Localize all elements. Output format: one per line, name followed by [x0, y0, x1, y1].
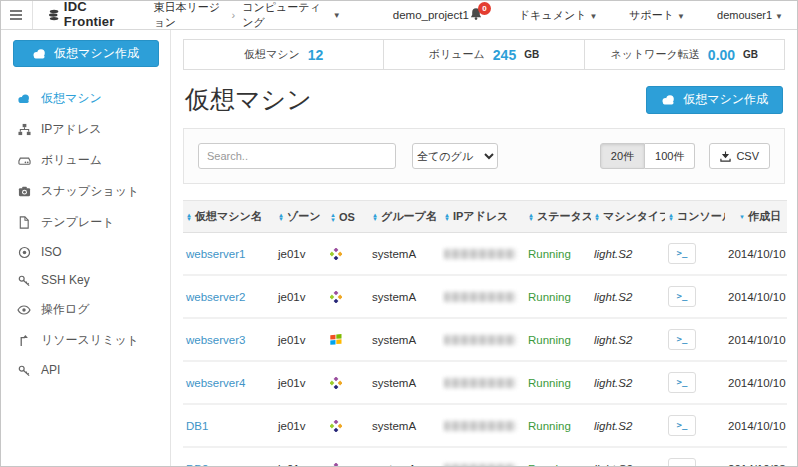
vm-name-link[interactable]: DB1 — [186, 420, 208, 432]
zone-cell: je01v — [275, 233, 327, 276]
created-date-cell: 2014/10/10 — [725, 318, 787, 361]
cloud-icon — [17, 93, 31, 104]
chevron-down-icon: ▼ — [333, 11, 341, 20]
console-cell: >_ — [665, 318, 725, 361]
page-size-20-button[interactable]: 20件 — [600, 143, 645, 169]
sort-icon: ▲▼ — [528, 213, 534, 222]
chevron-down-icon: ▼ — [589, 12, 597, 21]
created-date-cell: 2014/10/10 — [725, 361, 787, 404]
table-row: DB2je01v systemARunninglight.S2>_2014/10… — [183, 447, 787, 467]
sort-icon: ▲▼ — [278, 213, 284, 222]
created-date-cell: 2014/10/10 — [725, 233, 787, 276]
cloud-icon — [32, 48, 47, 59]
vm-name-link[interactable]: DB2 — [186, 463, 208, 467]
status-cell: Running — [525, 275, 591, 318]
vm-name-link[interactable]: webserver2 — [186, 291, 245, 303]
menu-support[interactable]: サポート▼ — [629, 8, 685, 23]
notifications-button[interactable]: 0 — [469, 7, 483, 23]
column-header-ip[interactable]: ▲▼IPアドレス — [441, 201, 525, 233]
table-header-row: ▲▼仮想マシン名 ▲▼ゾーン ▲▼OS ▲▼グループ名 ▲▼IPアドレス ▲▼ス… — [183, 201, 787, 233]
sidebar-item-api[interactable]: API — [1, 356, 170, 384]
machine-type-cell: light.S2 — [591, 361, 665, 404]
idc-frontier-logo[interactable]: IDC Frontier — [47, 0, 128, 31]
vm-name-link[interactable]: webserver1 — [186, 248, 245, 260]
sidebar-item-iso[interactable]: ISO — [1, 238, 170, 266]
create-vm-button[interactable]: 仮想マシン作成 — [646, 86, 783, 114]
create-vm-button-sidebar[interactable]: 仮想マシン作成 — [13, 40, 159, 67]
csv-download-button[interactable]: CSV — [709, 143, 770, 169]
group-cell: systemA — [369, 361, 441, 404]
zone-cell: je01v — [275, 447, 327, 467]
windows-logo-icon — [330, 334, 342, 346]
column-header-os[interactable]: ▲▼OS — [327, 201, 369, 233]
table-row: webserver4je01v systemARunninglight.S2>_… — [183, 361, 787, 404]
console-button[interactable]: >_ — [668, 458, 696, 467]
ip-address-redacted — [444, 292, 516, 302]
os-cell — [327, 447, 369, 467]
group-cell: systemA — [369, 404, 441, 447]
created-date-cell: 2014/10/10 — [725, 275, 787, 318]
ip-address-redacted — [444, 378, 516, 388]
sidebar-item-resource-limit[interactable]: リソースリミット — [1, 325, 170, 356]
menu-user[interactable]: demouser1▼ — [717, 9, 783, 21]
breadcrumb: 東日本リージョン › コンピューティング ▼ — [154, 0, 341, 30]
ip-address-redacted — [444, 421, 516, 431]
app-window: IDC Frontier 東日本リージョン › コンピューティング ▼ demo… — [0, 0, 798, 467]
machine-type-cell: light.S2 — [591, 404, 665, 447]
status-cell: Running — [525, 361, 591, 404]
console-button[interactable]: >_ — [668, 329, 696, 350]
console-button[interactable]: >_ — [668, 286, 696, 307]
console-button[interactable]: >_ — [668, 372, 696, 393]
project-name[interactable]: demo_project1 — [393, 9, 469, 21]
menu-documents[interactable]: ドキュメント▼ — [519, 8, 597, 23]
os-cell — [327, 361, 369, 404]
sidebar-item-virtual-machines[interactable]: 仮想マシン — [1, 83, 170, 114]
level-up-icon — [17, 334, 31, 347]
zone-cell: je01v — [275, 361, 327, 404]
sidebar-item-snapshots[interactable]: スナップショット — [1, 176, 170, 207]
console-button[interactable]: >_ — [668, 415, 696, 436]
hamburger-menu-icon[interactable] — [1, 1, 33, 29]
disc-icon — [17, 246, 31, 259]
sidebar-item-templates[interactable]: テンプレート — [1, 207, 170, 238]
main-content: 仮想マシン 12 ボリューム 245 GB ネットワーク転送 0.00 GB 仮… — [171, 30, 797, 467]
cloud-icon — [661, 94, 676, 105]
console-cell: >_ — [665, 275, 725, 318]
os-cell — [327, 404, 369, 447]
column-header-console[interactable]: ▲▼コンソール — [665, 201, 725, 233]
chevron-down-icon: ▼ — [775, 12, 783, 21]
sort-icon: ▲▼ — [186, 213, 192, 222]
column-header-group[interactable]: ▲▼グループ名 — [369, 201, 441, 233]
console-button[interactable]: >_ — [668, 243, 696, 264]
notification-badge: 0 — [478, 2, 491, 15]
vm-name-link[interactable]: webserver3 — [186, 334, 245, 346]
sort-icon: ▲▼ — [668, 213, 674, 222]
breadcrumb-section[interactable]: コンピューティング — [242, 0, 323, 30]
ip-cell — [441, 275, 525, 318]
column-header-zone[interactable]: ▲▼ゾーン — [275, 201, 327, 233]
machine-type-cell: light.S2 — [591, 447, 665, 467]
sidebar-item-ip-addresses[interactable]: IPアドレス — [1, 114, 170, 145]
column-header-vm-name[interactable]: ▲▼仮想マシン名 — [183, 201, 275, 233]
sidebar-item-operation-log[interactable]: 操作ログ — [1, 294, 170, 325]
column-header-created[interactable]: ▼作成日 — [725, 201, 787, 233]
column-header-status[interactable]: ▲▼ステータス — [525, 201, 591, 233]
stat-volumes: ボリューム 245 GB — [383, 40, 583, 69]
sort-icon: ▲▼ — [330, 213, 336, 222]
vm-table: ▲▼仮想マシン名 ▲▼ゾーン ▲▼OS ▲▼グループ名 ▲▼IPアドレス ▲▼ス… — [183, 200, 787, 467]
stat-network-transfer: ネットワーク転送 0.00 GB — [584, 40, 784, 69]
key-icon — [17, 364, 31, 377]
breadcrumb-region[interactable]: 東日本リージョン — [154, 0, 225, 30]
column-header-machine-type[interactable]: ▲▼マシンタイプ — [591, 201, 665, 233]
sidebar-item-volumes[interactable]: ボリューム — [1, 145, 170, 176]
machine-type-cell: light.S2 — [591, 318, 665, 361]
os-cell — [327, 275, 369, 318]
search-input[interactable] — [198, 143, 396, 169]
page-size-100-button[interactable]: 100件 — [645, 143, 695, 169]
vm-name-link[interactable]: webserver4 — [186, 377, 245, 389]
sidebar-item-ssh-key[interactable]: SSH Key — [1, 266, 170, 294]
group-filter-select[interactable]: 全てのグル — [412, 143, 498, 169]
filter-panel: 全てのグル 20件 100件 CSV — [183, 128, 785, 184]
centos-logo-icon — [330, 248, 342, 260]
usage-stats-bar: 仮想マシン 12 ボリューム 245 GB ネットワーク転送 0.00 GB — [183, 39, 785, 70]
